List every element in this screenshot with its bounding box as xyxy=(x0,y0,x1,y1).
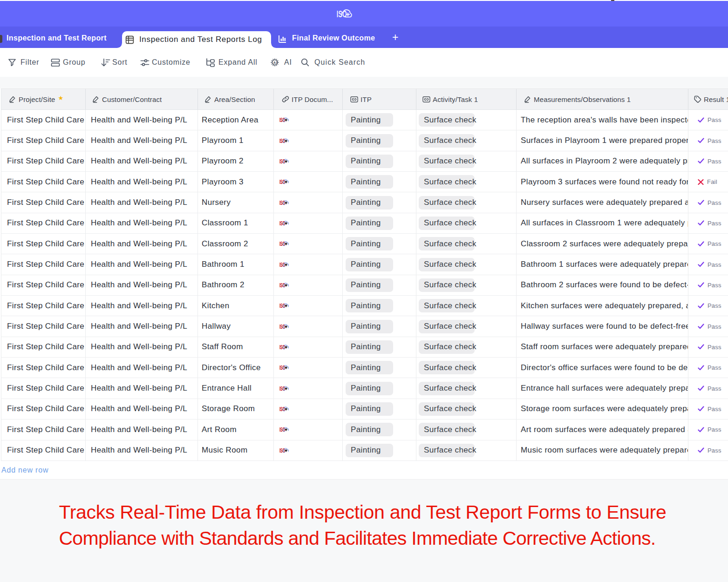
svg-text:AI: AI xyxy=(273,61,278,65)
svg-text:ISO: ISO xyxy=(337,9,347,20)
